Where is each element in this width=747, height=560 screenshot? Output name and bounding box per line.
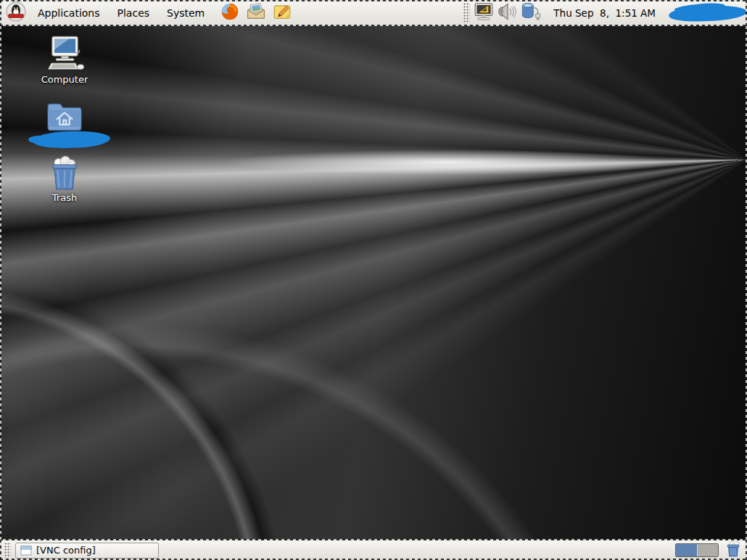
desktop-icon-trash[interactable]: Trash bbox=[33, 156, 96, 203]
menu-system[interactable]: System bbox=[158, 0, 213, 25]
display-settings-tray[interactable] bbox=[472, 2, 495, 24]
desktop-icon-home[interactable] bbox=[33, 99, 96, 149]
computer-icon-label: Computer bbox=[33, 74, 96, 85]
trash-icon bbox=[33, 156, 96, 191]
display-settings-icon bbox=[473, 1, 495, 25]
top-panel: Applications Places System bbox=[0, 0, 747, 26]
linux-penguin-badge-icon bbox=[6, 1, 26, 25]
workspace-1-active[interactable] bbox=[676, 544, 697, 556]
home-folder-icon bbox=[33, 99, 96, 133]
user-area bbox=[663, 0, 744, 26]
menu-places[interactable]: Places bbox=[109, 0, 159, 25]
power-tray[interactable] bbox=[519, 2, 542, 24]
workspace-switcher bbox=[675, 543, 719, 557]
window-list-drag-handle[interactable] bbox=[4, 543, 11, 559]
clock[interactable]: Thu Sep 8, 1:51 AM bbox=[542, 7, 663, 19]
trash-icon-label: Trash bbox=[33, 192, 96, 203]
trash-applet[interactable] bbox=[725, 542, 742, 559]
window-list-button-vnc-config[interactable]: [VNC config] bbox=[15, 543, 159, 559]
main-menu-button[interactable] bbox=[5, 2, 27, 24]
tray-drag-handle[interactable] bbox=[463, 3, 470, 23]
notes-launcher[interactable] bbox=[271, 2, 293, 24]
volume-tray[interactable] bbox=[495, 2, 519, 24]
speaker-icon bbox=[496, 1, 518, 25]
redaction-scribble-top-right bbox=[669, 4, 747, 22]
firefox-icon bbox=[220, 1, 240, 25]
battery-plug-icon bbox=[519, 0, 542, 26]
redaction-scribble-home-label bbox=[33, 131, 111, 149]
trash-applet-icon bbox=[725, 540, 742, 560]
email-launcher[interactable] bbox=[245, 2, 267, 24]
notes-icon bbox=[273, 2, 292, 24]
bottom-panel: [VNC config] bbox=[0, 540, 747, 560]
desktop[interactable]: Computer bbox=[0, 26, 747, 540]
computer-icon bbox=[33, 35, 96, 73]
screen: Applications Places System bbox=[0, 0, 747, 560]
window-icon bbox=[20, 545, 32, 556]
desktop-icon-computer[interactable]: Computer bbox=[33, 35, 96, 85]
email-icon bbox=[246, 1, 266, 25]
menu-applications[interactable]: Applications bbox=[29, 0, 109, 25]
window-button-label: [VNC config] bbox=[36, 545, 96, 556]
workspace-2[interactable] bbox=[697, 544, 719, 556]
firefox-launcher[interactable] bbox=[219, 2, 241, 24]
